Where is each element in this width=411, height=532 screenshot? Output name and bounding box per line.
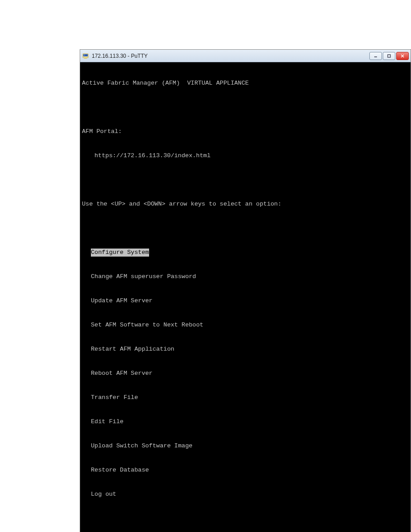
menu-item-change-password[interactable]: Change AFM superuser Password: [91, 273, 196, 281]
window-titlebar[interactable]: 172.16.113.30 - PuTTY: [80, 50, 411, 62]
menu-item-reboot-server[interactable]: Reboot AFM Server: [91, 369, 153, 378]
blank-line: [82, 176, 409, 184]
minimize-button[interactable]: [369, 52, 382, 60]
blank-line: [82, 515, 409, 523]
menu-item-restore-db[interactable]: Restore Database: [91, 466, 149, 474]
menu-item-transfer-file[interactable]: Transfer File: [91, 394, 138, 402]
portal-label: AFM Portal:: [82, 128, 409, 136]
putty-icon: [82, 52, 89, 60]
window-title: 172.16.113.30 - PuTTY: [92, 53, 369, 59]
blank-line: [82, 224, 409, 232]
menu-item-restart-app[interactable]: Restart AFM Application: [91, 345, 174, 353]
svg-rect-5: [388, 55, 390, 57]
close-button[interactable]: [396, 52, 409, 60]
portal-url: https://172.16.113.30/index.html: [82, 152, 409, 160]
menu-item-upload-image[interactable]: Upload Switch Software Image: [91, 442, 193, 450]
maximize-button[interactable]: [383, 52, 395, 60]
menu-item-set-software[interactable]: Set AFM Software to Next Reboot: [91, 321, 203, 329]
blank-line: [82, 103, 409, 112]
window-controls: [369, 52, 409, 60]
svg-rect-1: [83, 54, 88, 56]
terminal-header: Active Fabric Manager (AFM) VIRTUAL APPL…: [82, 79, 409, 87]
svg-rect-3: [84, 58, 87, 59]
menu-item-update-server[interactable]: Update AFM Server: [91, 297, 153, 305]
menu-item-configure-system[interactable]: Configure System: [91, 249, 149, 257]
terminal-area[interactable]: Active Fabric Manager (AFM) VIRTUAL APPL…: [80, 62, 411, 532]
instructions: Use the <UP> and <DOWN> arrow keys to se…: [82, 200, 409, 208]
menu-item-logout[interactable]: Log out: [91, 490, 116, 498]
putty-window: 172.16.113.30 - PuTTY Active Fabric Mana…: [80, 49, 411, 532]
menu-item-edit-file[interactable]: Edit File: [91, 418, 124, 426]
